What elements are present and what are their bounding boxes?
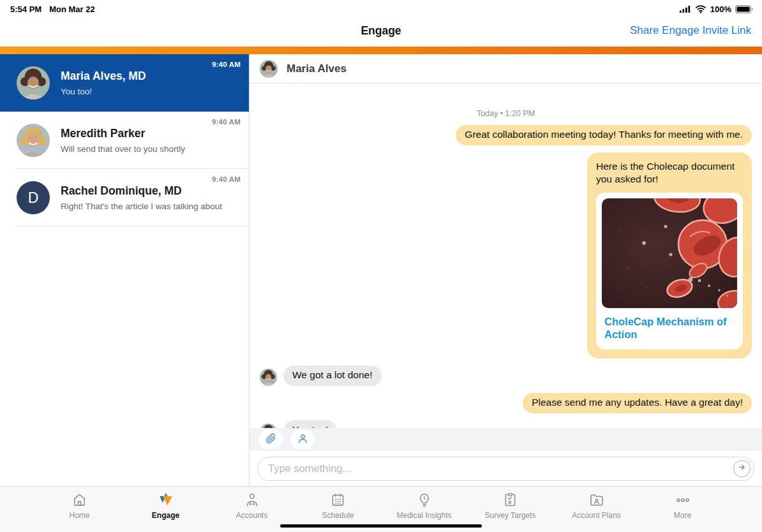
- tab-label: Accounts: [236, 511, 267, 520]
- message-input[interactable]: [257, 457, 754, 481]
- cellular-signal-icon: [680, 6, 691, 13]
- engage-app-screen: 5:54 PM Mon Mar 22 100% Engage Share Eng…: [0, 0, 762, 532]
- conversation-name: Meredith Parker: [61, 127, 185, 140]
- engage-logo-icon: [157, 491, 174, 508]
- share-engage-invite-link[interactable]: Share Engage Invite Link: [630, 24, 751, 37]
- avatar: [260, 369, 277, 386]
- avatar-initial: D: [17, 181, 50, 214]
- status-bar: 5:54 PM Mon Mar 22 100%: [0, 0, 762, 15]
- wifi-icon: [695, 4, 706, 13]
- chat-header: Maria Alves: [250, 54, 762, 84]
- conversation-name: Rachel Dominique, MD: [61, 184, 222, 198]
- outgoing-message-bubble: Please send me any updates. Have a great…: [523, 393, 752, 413]
- tab-label: Survey Targets: [485, 511, 536, 520]
- outgoing-message-bubble: Great collaboration meeting today! Thank…: [456, 125, 752, 145]
- message-row: Please send me any updates. Have a great…: [260, 393, 752, 413]
- schedule-icon: [329, 491, 347, 508]
- chat-contact-avatar: [260, 60, 278, 78]
- attach-file-button[interactable]: [258, 430, 283, 449]
- tab-label: Medical Insights: [396, 511, 451, 520]
- account-plans-icon: [588, 491, 605, 508]
- outgoing-document-bubble: Here is the Cholecap document you asked …: [587, 152, 752, 358]
- tab-label: More: [674, 511, 691, 520]
- conversation-name: Maria Alves, MD: [61, 70, 146, 83]
- person-icon: [297, 433, 308, 447]
- conversation-preview: Will send that over to you shortly: [61, 144, 185, 154]
- tab-home[interactable]: Home: [36, 491, 123, 532]
- chat-contact-name: Maria Alves: [287, 63, 347, 75]
- conversation-time: 9:40 AM: [212, 61, 241, 68]
- composer-toolbar: [250, 428, 762, 451]
- paperclip-icon: [265, 433, 276, 447]
- battery-percent: 100%: [710, 4, 731, 14]
- avatar: [260, 424, 277, 428]
- page-title: Engage: [361, 24, 401, 38]
- survey-targets-icon: [502, 491, 519, 508]
- message-text: Here is the Cholecap document you asked …: [596, 160, 743, 186]
- conversation-preview: You too!: [61, 87, 146, 96]
- tab-label: Engage: [152, 511, 179, 520]
- message-row: You too!: [260, 420, 752, 428]
- accounts-icon: [243, 491, 260, 508]
- chat-panel: Maria Alves Today • 1:20 PM Great collab…: [250, 54, 762, 486]
- status-date: Mon Mar 22: [49, 4, 95, 14]
- conversation-item-meredith-parker[interactable]: 9:40 AM Meredith Parker Will send that o…: [0, 112, 249, 169]
- tab-engage[interactable]: Engage: [123, 491, 209, 532]
- avatar: [17, 124, 50, 157]
- document-title-link[interactable]: CholeCap Mechanism of Action: [602, 315, 737, 341]
- tab-label: Schedule: [322, 511, 354, 520]
- home-icon: [71, 491, 88, 508]
- incoming-message-bubble: We got a lot done!: [283, 366, 382, 386]
- tab-more[interactable]: More: [639, 491, 726, 532]
- message-row: We got a lot done!: [260, 366, 752, 386]
- conversation-item-maria-alves[interactable]: 9:40 AM Maria Alves, MD You too!: [0, 54, 249, 112]
- send-arrow-icon: [737, 462, 747, 475]
- bottom-tab-bar: Home Engage Accounts Schedule Medical In…: [0, 486, 762, 532]
- orange-accent-bar: [0, 47, 762, 54]
- tab-label: Home: [69, 511, 89, 520]
- tab-account-plans[interactable]: Account Plans: [553, 491, 639, 532]
- conversation-item-rachel-dominique[interactable]: 9:40 AM D Rachel Dominique, MD Right! Th…: [0, 169, 249, 226]
- message-row: Great collaboration meeting today! Thank…: [260, 125, 752, 145]
- document-card[interactable]: CholeCap Mechanism of Action: [596, 193, 743, 350]
- message-thread[interactable]: Today • 1:20 PM Great collaboration meet…: [250, 84, 762, 428]
- conversation-time: 9:40 AM: [212, 175, 241, 183]
- message-row: Here is the Cholecap document you asked …: [260, 152, 752, 358]
- document-thumbnail-blood-cells: [602, 198, 737, 308]
- home-indicator[interactable]: [280, 524, 482, 528]
- send-button[interactable]: [733, 460, 751, 477]
- more-icon: [674, 491, 691, 508]
- conversation-time: 9:40 AM: [212, 118, 241, 126]
- share-contact-button[interactable]: [290, 430, 315, 449]
- conversation-list: 9:40 AM Maria Alves, MD You too! 9:40 AM…: [0, 54, 250, 486]
- incoming-message-bubble: You too!: [283, 420, 337, 428]
- battery-icon: [735, 5, 753, 13]
- status-time: 5:54 PM: [10, 4, 41, 14]
- avatar: [17, 66, 50, 100]
- tab-label: Account Plans: [572, 511, 621, 520]
- conversation-preview: Right! That's the article I was talking …: [61, 202, 222, 211]
- nav-header: Engage Share Engage Invite Link: [0, 15, 762, 47]
- message-composer: [250, 451, 762, 486]
- date-separator: Today • 1:20 PM: [260, 109, 752, 118]
- medical-insights-icon: [415, 491, 433, 508]
